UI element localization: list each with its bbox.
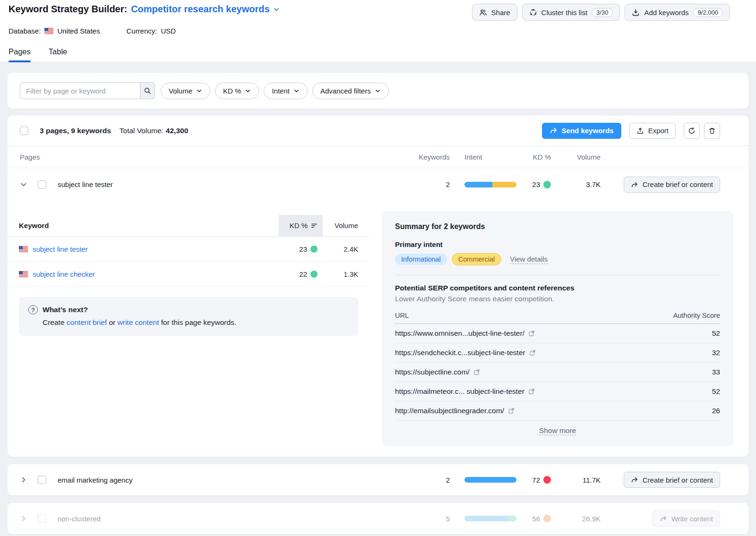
write-content-button[interactable]: Write content: [653, 510, 720, 527]
competitor-url: https://subjectline.com/: [395, 368, 470, 376]
trash-icon: [708, 127, 716, 135]
us-flag-icon: [19, 271, 28, 277]
row-checkbox[interactable]: [38, 514, 46, 523]
pages-table-card: 3 pages, 9 keywords Total Volume:42,300 …: [8, 116, 748, 457]
competitor-url: https://mailmeteor.c... subject-line-tes…: [395, 387, 524, 396]
keywords-count: 5: [414, 515, 450, 523]
delete-button[interactable]: [704, 123, 720, 139]
cluster-usage-badge: 3/30: [592, 8, 613, 17]
competitor-row: https://mailmeteor.c... subject-line-tes…: [395, 382, 720, 401]
page-name: email marketing agency: [58, 476, 132, 484]
serp-competitors-title: Potential SERP competitors and content r…: [395, 284, 720, 292]
app-screen: Keyword Strategy Builder: Competitor res…: [0, 0, 756, 536]
volume-value: 11.7K: [553, 476, 601, 484]
keywords-usage-badge: 9/2,000: [693, 8, 723, 17]
collapse-row-chevron-down-icon[interactable]: [20, 181, 27, 188]
us-flag-icon: [44, 28, 53, 34]
competitor-url: https://www.omnisen...ubject-line-tester…: [395, 329, 524, 338]
advanced-filters-dropdown[interactable]: Advanced filters: [312, 83, 389, 99]
create-brief-or-content-button[interactable]: Create brief or content: [624, 472, 720, 488]
total-volume: Total Volume:42,300: [120, 127, 188, 135]
whats-next-title: What’s next?: [43, 306, 88, 314]
forward-arrow-icon: [631, 476, 638, 483]
export-icon: [636, 127, 644, 135]
send-keywords-button[interactable]: Send keywords: [542, 123, 621, 139]
select-all-checkbox[interactable]: [20, 127, 28, 135]
page-name: subject line tester: [58, 180, 113, 188]
volume-value: 2.4K: [323, 245, 369, 253]
kd-dot: [543, 515, 551, 522]
keyword-link[interactable]: subject line checker: [33, 270, 95, 278]
expand-row-chevron-right-icon[interactable]: [20, 515, 27, 522]
divider: [395, 275, 720, 275]
view-details-link[interactable]: View details: [510, 255, 548, 264]
external-link-icon[interactable]: [473, 369, 480, 375]
intent-bar: [464, 516, 516, 521]
keyword-link[interactable]: subject line tester: [33, 245, 88, 253]
kd-value: 23: [532, 180, 540, 188]
cluster-list-button[interactable]: Cluster this list 3/30: [522, 4, 620, 21]
add-keywords-button[interactable]: Add keywords 9/2,000: [625, 4, 730, 21]
external-link-icon[interactable]: [508, 408, 515, 414]
expand-row-chevron-right-icon[interactable]: [20, 476, 27, 484]
row-checkbox[interactable]: [38, 180, 46, 189]
page-name: non-clustered: [58, 515, 101, 523]
row-checkbox[interactable]: [38, 476, 46, 484]
external-link-icon[interactable]: [529, 349, 536, 356]
kd-filter-dropdown[interactable]: KD %: [215, 83, 259, 99]
page-row-subject-line-tester: subject line tester 2 23 3.7K Create bri…: [8, 168, 748, 201]
tab-table[interactable]: Table: [49, 47, 67, 62]
forward-arrow-icon: [631, 181, 638, 188]
write-content-link[interactable]: write content: [118, 318, 159, 326]
kd-dot: [310, 271, 318, 278]
export-button[interactable]: Export: [629, 123, 676, 139]
content-brief-link[interactable]: content brief: [67, 318, 107, 326]
keyword-sub-table: Keyword KD % Volume subject line tester: [8, 201, 369, 336]
column-volume: Volume: [553, 153, 601, 161]
refresh-button[interactable]: [684, 123, 700, 139]
search-button[interactable]: [140, 82, 155, 99]
chevron-down-icon: [245, 88, 251, 94]
kd-sort-header[interactable]: KD %: [279, 215, 323, 236]
volume-filter-dropdown[interactable]: Volume: [161, 83, 210, 99]
forward-arrow-icon: [660, 515, 667, 522]
external-link-icon[interactable]: [528, 330, 535, 337]
page-row-email-marketing-agency: email marketing agency 2 72 11.7K Create…: [8, 464, 748, 495]
sort-descending-icon: [311, 223, 318, 229]
kd-dot: [543, 181, 551, 188]
volume-value: 26.9K: [553, 515, 601, 523]
chevron-down-icon: [273, 6, 280, 13]
summary-panel: Summary for 2 keywords Primary intent In…: [382, 211, 733, 446]
create-brief-or-content-button[interactable]: Create brief or content: [624, 177, 720, 193]
competitor-row: https://www.omnisen...ubject-line-tester…: [395, 324, 720, 343]
keyword-row: subject line tester 23 2.4K: [8, 237, 369, 262]
tab-pages[interactable]: Pages: [9, 47, 31, 62]
expanded-page-detail: Keyword KD % Volume subject line tester: [8, 201, 748, 457]
kd-dot: [543, 476, 551, 484]
keywords-count: 2: [414, 180, 450, 188]
import-icon: [632, 9, 640, 17]
list-name-dropdown[interactable]: Competitor research keywords: [131, 4, 279, 15]
kd-value: 23: [299, 245, 307, 253]
intent-filter-dropdown[interactable]: Intent: [264, 83, 308, 99]
question-circle-icon: ?: [28, 305, 38, 315]
share-button[interactable]: Share: [472, 4, 517, 21]
search-input[interactable]: [20, 82, 140, 99]
kd-value: 56: [532, 515, 540, 523]
currency-label: Currency:: [126, 27, 157, 35]
serp-competitors-table: URL Authority Score https://www.omnisen.…: [395, 312, 720, 435]
column-intent: Intent: [464, 153, 516, 161]
cluster-icon: [529, 9, 537, 17]
page-row-non-clustered: non-clustered 5 56 26.9K Write content: [8, 503, 748, 534]
show-more-link[interactable]: Show more: [539, 426, 576, 435]
primary-intent-label: Primary intent: [395, 240, 720, 248]
competitor-row: https://subjectline.com/ 33: [395, 363, 720, 382]
column-pages: Pages: [20, 153, 414, 161]
competitor-row: https://sendcheckit.c...subject-line-tes…: [395, 343, 720, 363]
page-title: Keyword Strategy Builder:: [9, 4, 127, 15]
currency-value: USD: [161, 27, 176, 35]
kd-value: 72: [532, 476, 540, 484]
external-link-icon[interactable]: [528, 388, 535, 395]
authority-score: 26: [712, 407, 720, 415]
chevron-down-icon: [196, 88, 202, 94]
